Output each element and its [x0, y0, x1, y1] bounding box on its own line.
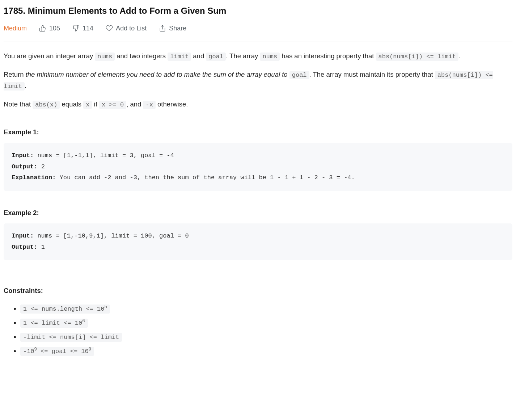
- example-2-heading: Example 2:: [4, 207, 512, 219]
- share-button[interactable]: Share: [159, 23, 186, 34]
- dislike-button[interactable]: 114: [72, 23, 93, 34]
- paragraph-3: Note that abs(x) equals x if x >= 0, and…: [4, 99, 512, 110]
- meta-row: Medium 105 114 Add to List Share: [4, 23, 512, 42]
- share-label: Share: [169, 23, 186, 34]
- like-count: 105: [49, 23, 60, 34]
- paragraph-1: You are given an integer array nums and …: [4, 51, 512, 62]
- like-button[interactable]: 105: [39, 23, 60, 34]
- constraint-item: -limit <= nums[i] <= limit: [20, 330, 512, 344]
- example-2-block: Input: nums = [1,-10,9,1], limit = 100, …: [4, 223, 512, 260]
- thumbs-down-icon: [72, 25, 80, 32]
- difficulty-badge: Medium: [4, 23, 27, 34]
- code-goal: goal: [206, 52, 226, 61]
- constraint-item: 1 <= limit <= 106: [20, 316, 512, 330]
- problem-title: 1785. Minimum Elements to Add to Form a …: [4, 4, 512, 18]
- paragraph-2: Return the minimum number of elements yo…: [4, 69, 512, 92]
- constraint-item: -109 <= goal <= 109: [20, 344, 512, 358]
- add-to-list-label: Add to List: [116, 23, 147, 34]
- thumbs-up-icon: [39, 25, 46, 32]
- example-1-block: Input: nums = [1,-1,1], limit = 3, goal …: [4, 143, 512, 191]
- constraints-list: 1 <= nums.length <= 105 1 <= limit <= 10…: [4, 302, 512, 358]
- code-x: x: [83, 101, 92, 109]
- code-goal: goal: [289, 71, 309, 79]
- code-x-ge-0: x >= 0: [99, 101, 126, 109]
- code-neg-x: -x: [143, 101, 155, 109]
- heart-icon: [106, 25, 113, 32]
- code-limit: limit: [168, 52, 191, 61]
- dislike-count: 114: [83, 23, 93, 34]
- example-1-heading: Example 1:: [4, 127, 512, 138]
- code-nums: nums: [95, 52, 115, 61]
- code-abs-limit: abs(nums[i]) <= limit: [376, 52, 458, 61]
- share-icon: [159, 25, 166, 32]
- code-nums: nums: [260, 52, 280, 61]
- constraint-item: 1 <= nums.length <= 105: [20, 302, 512, 316]
- add-to-list-button[interactable]: Add to List: [106, 23, 147, 34]
- code-abs: abs(x): [33, 101, 60, 109]
- constraints-heading: Constraints:: [4, 285, 512, 297]
